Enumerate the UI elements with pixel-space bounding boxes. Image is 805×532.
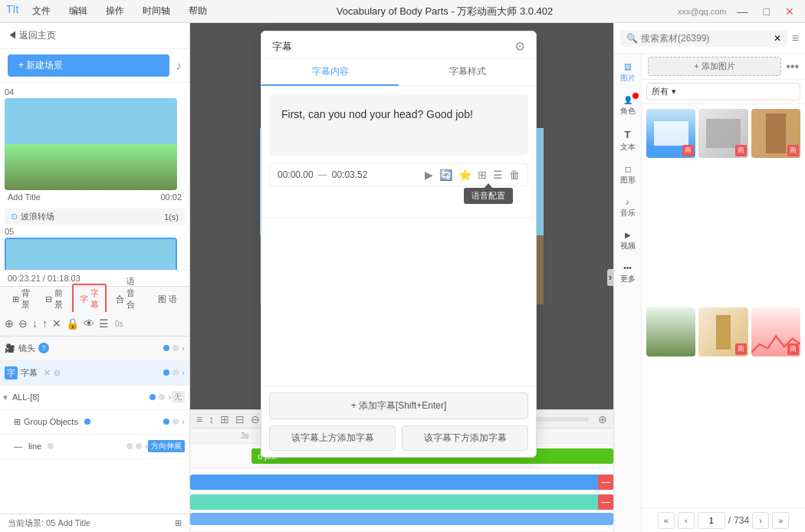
nav-item-character[interactable]: 👤 角色 <box>617 93 639 120</box>
next-page-button[interactable]: › <box>752 512 769 529</box>
subtitle-tab[interactable]: 字 字幕 <box>72 284 107 314</box>
filter-select[interactable]: 所有 ▾ <box>646 83 800 100</box>
tl-menu-icon[interactable]: ≡ <box>196 413 202 425</box>
track-down-icon[interactable]: ↓ <box>32 317 38 330</box>
track-dot[interactable] <box>163 345 169 351</box>
search-input[interactable] <box>641 33 770 44</box>
line-dot[interactable] <box>48 443 54 449</box>
collapse-icon[interactable]: ▼ <box>2 393 9 402</box>
background-tab[interactable]: ⊞ 背景 <box>6 285 36 313</box>
tl-add-icon[interactable]: ⊞ <box>220 413 229 425</box>
tl-remove-icon[interactable]: ⊟ <box>235 413 245 425</box>
tooltip-arrow <box>485 183 492 188</box>
group-objects-dot[interactable] <box>84 419 90 425</box>
new-scene-button[interactable]: + 新建场景 <box>8 54 169 77</box>
nav-item-more[interactable]: ••• 更多 <box>617 261 639 287</box>
add-below-button[interactable]: 该字幕下方添加字幕 <box>402 425 528 451</box>
tl-plus-icon[interactable]: ⊕ <box>598 413 607 425</box>
scene-thumbnail[interactable] <box>5 238 177 270</box>
modal-footer-buttons: 该字幕上方添加字幕 该字幕下方添加字幕 <box>269 425 528 451</box>
tab-subtitle-style[interactable]: 字幕样式 <box>399 59 536 86</box>
list-icon[interactable]: ☰ <box>493 169 503 181</box>
modal-header: 字幕 ⚙ <box>261 31 536 59</box>
track-dot3[interactable] <box>172 369 179 376</box>
menu-timeline[interactable]: 时间轴 <box>138 3 175 19</box>
grid-icon[interactable]: ⊞ <box>478 169 487 181</box>
track-dot8[interactable] <box>127 443 133 449</box>
track-delete-btn[interactable]: ✕ <box>44 368 51 378</box>
track-dot2[interactable] <box>163 369 169 376</box>
tl-minus-icon[interactable]: ⊖ <box>251 413 260 425</box>
play-icon[interactable]: ▶ <box>425 169 433 181</box>
tl-filter-icon[interactable]: ↕ <box>209 413 214 425</box>
prev-page-button[interactable]: ‹ <box>678 512 695 529</box>
nav-item-video[interactable]: ▶ 视频 <box>617 228 639 255</box>
list-item[interactable]: 商 <box>646 109 695 158</box>
close-button[interactable]: ✕ <box>780 4 799 19</box>
track-menu-icon[interactable]: ☰ <box>99 317 109 330</box>
track-dot4[interactable] <box>150 394 156 400</box>
menu-edit[interactable]: 编辑 <box>64 3 92 19</box>
collapse-panel-button[interactable]: › <box>607 269 613 286</box>
track-delete-icon[interactable]: ✕ <box>52 317 61 330</box>
add-above-button[interactable]: 该字幕上方添加字幕 <box>269 425 396 451</box>
last-page-button[interactable]: » <box>772 512 789 529</box>
track-expand4-icon[interactable]: › <box>182 417 185 426</box>
track-add-icon[interactable]: ⊕ <box>5 317 14 330</box>
list-item[interactable]: 商 <box>751 307 800 356</box>
track-dot9[interactable] <box>136 443 142 449</box>
filter-more: ••• <box>786 60 799 74</box>
page-number-input[interactable] <box>698 512 725 529</box>
status-icon: ⊞ <box>175 518 182 528</box>
maximize-button[interactable]: □ <box>759 4 774 19</box>
track-dot5[interactable] <box>159 394 165 400</box>
track-info-badge[interactable]: ? <box>38 343 49 353</box>
nav-item-shape[interactable]: ◻ 图形 <box>617 162 639 189</box>
nav-item-music[interactable]: ♪ 音乐 <box>617 195 639 222</box>
menu-help[interactable]: 帮助 <box>184 3 212 19</box>
delete-icon[interactable]: 🗑 <box>509 169 520 181</box>
track-folder-icon[interactable]: ⊖ <box>18 317 28 330</box>
track-up-icon[interactable]: ↑ <box>42 317 48 330</box>
search-box[interactable]: 🔍 ✕ <box>620 30 787 47</box>
track-remove-button[interactable]: — <box>598 475 613 490</box>
add-subtitle-button[interactable]: + 添加字幕[Shift+Enter] <box>269 392 528 419</box>
filter-icon[interactable]: ≡ <box>792 31 799 45</box>
list-item[interactable]: 商 <box>698 307 748 356</box>
list-item[interactable]: ⊙ 波浪转场 1(s) <box>5 209 185 225</box>
nav-item-picture[interactable]: 🖼 图片 <box>617 60 639 87</box>
add-image-button[interactable]: + 添加图片 <box>648 57 781 76</box>
list-item[interactable]: 商 <box>698 109 748 158</box>
track-bar-teal[interactable] <box>190 494 613 510</box>
sync-icon[interactable]: 🔄 <box>439 169 452 181</box>
track-expand2-icon[interactable]: › <box>182 368 185 377</box>
track-folder2-icon[interactable]: ⊖ <box>54 368 61 378</box>
foreground-tab[interactable]: ⊟ 前景 <box>39 285 69 313</box>
scene-thumbnail[interactable] <box>5 98 177 190</box>
track-dot6[interactable] <box>163 419 169 425</box>
list-item[interactable] <box>646 307 695 356</box>
menu-file[interactable]: 文件 <box>28 3 55 19</box>
modal-settings-icon[interactable]: ⚙ <box>514 39 525 54</box>
nav-item-text[interactable]: T 文本 <box>617 126 639 156</box>
track-dot[interactable] <box>172 345 179 351</box>
voice-config-tooltip: 语音配置 <box>464 188 513 204</box>
back-home-button[interactable]: ◀ 返回主页 <box>8 29 56 42</box>
music-icon[interactable]: ♪ <box>176 59 182 73</box>
track-visible-icon[interactable]: 👁 <box>84 317 94 330</box>
track-bar-blue[interactable] <box>190 475 613 490</box>
track-lock-icon[interactable]: 🔒 <box>66 317 79 330</box>
star-icon[interactable]: ⭐ <box>458 169 472 181</box>
menu-operation[interactable]: 操作 <box>101 3 129 19</box>
extra-tab[interactable]: 图 语 <box>152 291 183 307</box>
list-item[interactable]: 商 <box>751 109 800 158</box>
track-bar-blue2[interactable] <box>190 513 613 525</box>
first-page-button[interactable]: « <box>658 512 675 529</box>
tab-subtitle-content[interactable]: 字幕内容 <box>261 59 399 86</box>
track-remove-button2[interactable]: — <box>598 494 613 510</box>
search-clear-icon[interactable]: ✕ <box>774 33 781 44</box>
track-dot7[interactable] <box>172 419 179 425</box>
more-options-icon[interactable]: ••• <box>786 60 799 74</box>
minimize-button[interactable]: — <box>733 4 753 19</box>
track-expand-icon[interactable]: › <box>182 343 185 353</box>
